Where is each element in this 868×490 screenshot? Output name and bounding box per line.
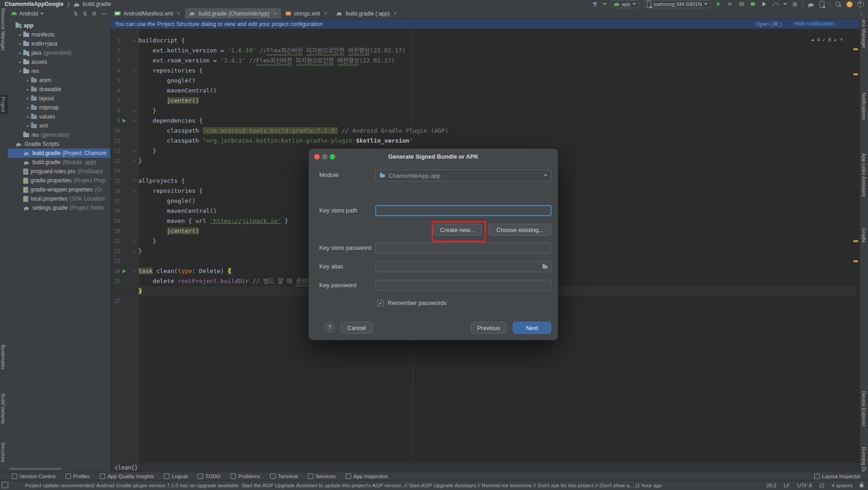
tab-options-kebab-icon[interactable]: ⋮ <box>855 8 868 19</box>
close-icon[interactable]: ✕ <box>393 11 397 16</box>
status-message[interactable]: Project update recommended: Android Grad… <box>0 483 745 488</box>
stripe-gradle[interactable]: Gradle <box>861 228 868 243</box>
fold-close-icon[interactable]: ▴ <box>132 146 137 156</box>
inspection-widget[interactable]: ▲ 4 ✓ 8 ▲ ▼ <box>811 37 843 42</box>
chevron-right-icon[interactable]: ▸ <box>17 32 23 37</box>
tool-window-problems[interactable]: Problems <box>230 474 260 479</box>
tree-item-manifests[interactable]: ▸manifests <box>8 30 120 39</box>
tree-item-mipmap[interactable]: ▸mipmap <box>8 103 128 112</box>
expand-all-icon[interactable]: ⇅ <box>73 10 78 17</box>
warning-stripe-mark[interactable] <box>853 48 858 50</box>
code-line[interactable]: google() <box>138 76 195 86</box>
code-line[interactable]: jcenter() <box>138 96 199 106</box>
attach-debugger-icon[interactable] <box>761 0 768 8</box>
tool-window-app-quality-insights[interactable]: App Quality Insights <box>100 474 154 479</box>
layout-inspector-button[interactable]: Layout Inspector <box>814 474 868 479</box>
fold-open-icon[interactable]: ▾ <box>132 266 137 276</box>
module-select[interactable]: ChamomileApp.app <box>375 170 551 181</box>
cancel-button[interactable]: Cancel <box>341 322 373 334</box>
notification-indicator-icon[interactable]: ! <box>819 483 824 488</box>
chevron-right-icon[interactable]: ▸ <box>17 41 23 46</box>
chevron-right-icon[interactable]: ▸ <box>25 105 31 110</box>
code-line[interactable]: dependencies { <box>138 116 203 126</box>
device-select[interactable]: samsung SM-S901N <box>643 0 711 8</box>
lock-icon[interactable] <box>860 484 863 487</box>
profiler-icon[interactable] <box>772 0 779 8</box>
tree-item-local-properties-sdk-location[interactable]: local.properties(SDK Location <box>8 194 120 203</box>
collapse-all-icon[interactable]: ⇅ <box>82 10 87 17</box>
tree-item-assets[interactable]: ▸assets <box>8 57 120 67</box>
next-issue-icon[interactable]: ▼ <box>839 37 843 42</box>
tool-window-switcher-icon[interactable] <box>2 482 8 488</box>
folder-picker-icon[interactable] <box>542 265 547 269</box>
tree-item-gradle-wrapper-properties-gr[interactable]: gradle-wrapper.properties(Gr <box>8 185 120 194</box>
code-line[interactable]: mavenCentral() <box>138 206 217 216</box>
device-manager-icon[interactable] <box>818 0 826 8</box>
key-password-input[interactable] <box>375 280 551 291</box>
tree-item-kotlin-java[interactable]: ▸kotlin+java <box>8 39 120 48</box>
code-line[interactable]: jcenter() <box>138 226 199 236</box>
prev-issue-icon[interactable]: ▲ <box>833 37 837 42</box>
fold-open-icon[interactable]: ▾ <box>132 116 137 126</box>
code-line[interactable]: maven { url 'https://jitpack.io' } <box>138 216 288 226</box>
tool-window-logcat[interactable]: Logcat <box>164 474 188 479</box>
tree-item-gradle-properties-project-prop[interactable]: gradle.properties(Project Prop <box>8 176 120 185</box>
tool-window-version-control[interactable]: Version Control <box>12 474 56 479</box>
close-icon[interactable]: ✕ <box>177 11 180 16</box>
warning-stripe-mark[interactable] <box>853 73 858 75</box>
tool-window-terminal[interactable]: Terminal <box>270 474 297 479</box>
code-line[interactable]: ext.kotlin_version = '1.6.10' //Flex최신버전… <box>138 46 405 56</box>
code-line[interactable]: } <box>138 246 142 256</box>
apply-changes-icon[interactable]: ⟳ <box>726 0 734 8</box>
key-store-path-input[interactable] <box>375 205 551 216</box>
close-icon[interactable]: ✕ <box>324 11 327 16</box>
gear-icon[interactable]: ⚙ <box>92 10 97 17</box>
file-encoding[interactable]: UTF-8 <box>797 483 812 488</box>
chevron-down-icon[interactable] <box>40 13 44 15</box>
tree-item-layout[interactable]: ▸layout <box>8 94 128 103</box>
breadcrumb-project[interactable]: ChamomileAppGoogle <box>5 1 63 7</box>
code-line[interactable]: repositories { <box>138 186 203 196</box>
tree-item-anim[interactable]: ▸anim <box>8 76 128 85</box>
fold-close-icon[interactable]: ▴ <box>132 106 137 116</box>
stripe-notifications[interactable]: Notifications <box>861 93 868 120</box>
project-panel-scrollbar[interactable] <box>9 468 61 470</box>
fold-close-icon[interactable]: ▴ <box>132 246 137 256</box>
tab-androidmanifest-xml[interactable]: MFAndroidManifest.xml✕ <box>110 8 185 19</box>
tree-item-res[interactable]: ▾res <box>8 67 120 76</box>
tree-item-settings-gradle-project-settin[interactable]: settings.gradle(Project Settin <box>8 203 120 212</box>
code-line[interactable]: delete rootProject.buildDir // 빌드 할 때 생성… <box>138 276 312 286</box>
code-line[interactable]: } <box>138 146 156 156</box>
code-line[interactable]: google() <box>138 196 195 206</box>
run-gutter-icon[interactable] <box>123 269 126 273</box>
tool-window-services[interactable]: Services <box>308 474 336 479</box>
code-line[interactable]: } <box>138 106 156 116</box>
chevron-right-icon[interactable]: ▸ <box>25 96 31 101</box>
search-everywhere-icon[interactable] <box>834 0 842 8</box>
next-button[interactable]: Next <box>513 322 551 334</box>
apply-code-changes-icon[interactable] <box>738 0 745 8</box>
chevron-right-icon[interactable]: ▸ <box>25 124 31 128</box>
profiler-dropdown-icon[interactable] <box>783 3 787 5</box>
code-line[interactable]: } <box>138 236 156 246</box>
tree-item-java-generated[interactable]: ▸java(generated) <box>8 48 120 57</box>
run-gutter-icon[interactable] <box>123 119 126 123</box>
code-line[interactable]: mavenCentral() <box>138 86 217 96</box>
choose-existing-button[interactable]: Choose existing... <box>488 224 551 236</box>
hide-panel-icon[interactable]: — <box>101 10 107 17</box>
run-config-select[interactable]: app <box>611 0 639 8</box>
code-line[interactable]: allprojects { <box>138 176 185 186</box>
tree-item-proguard-rules-pro-proguard[interactable]: proguard-rules.pro(ProGuard <box>8 167 120 176</box>
banner-hide-link[interactable]: Hide notification <box>794 21 834 27</box>
breadcrumb-file[interactable]: build.gradle <box>83 1 111 7</box>
stripe-device-explorer[interactable]: Device Explorer <box>861 391 868 427</box>
stop-icon[interactable] <box>791 0 798 8</box>
previous-button[interactable]: Previous <box>471 322 506 334</box>
chevron-right-icon[interactable]: ▸ <box>25 114 31 119</box>
fold-close-icon[interactable]: ▴ <box>132 236 137 246</box>
banner-open-link[interactable]: Open (⌘;) <box>756 21 782 27</box>
warning-stripe-mark[interactable] <box>853 240 858 242</box>
tree-item-app[interactable]: app <box>8 21 112 30</box>
tab-strings-xml[interactable]: <>strings.xml✕ <box>281 8 332 19</box>
fold-open-icon[interactable]: ▾ <box>132 66 137 76</box>
